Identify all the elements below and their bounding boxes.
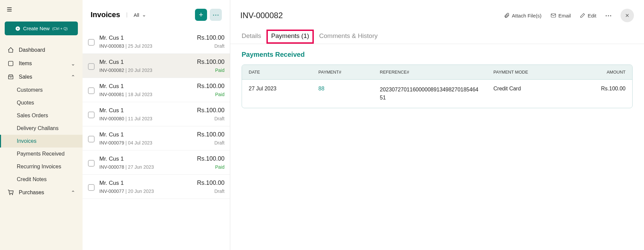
email-button[interactable]: Email [550,12,571,18]
row-checkbox[interactable] [88,160,95,167]
invoice-status: Draft [214,116,225,121]
sidebar-item-delivery-challans[interactable]: Delivery Challans [0,122,83,135]
sidebar-item-label: Dashboard [19,47,45,53]
row-checkbox[interactable] [88,136,95,142]
more-button[interactable]: ⋯ [605,11,612,19]
sidebar-item-purchases[interactable]: Purchases ⌃ [0,186,83,199]
payment-row[interactable]: 27 Jul 2023 88 2023072701160000089134982… [242,80,632,108]
chevron-up-icon: ⌃ [71,74,75,80]
sidebar-item-credit-notes[interactable]: Credit Notes [0,173,83,186]
payment-number-link[interactable]: 88 [318,86,325,91]
separator: | [126,12,128,18]
invoice-status: Paid [215,164,225,170]
tab-details[interactable]: Details [240,30,262,44]
action-label: Edit [588,13,596,18]
sidebar-item-sales[interactable]: Sales ⌃ [0,70,83,84]
col-reference: REFERENCE# [373,65,487,80]
invoice-amount: Rs.100.00 [197,34,225,41]
row-checkbox[interactable] [88,184,95,191]
list-title: Invoices [91,10,120,19]
payments-received-heading: Payments Received [242,51,633,58]
sidebar-item-customers[interactable]: Customers [0,84,83,96]
invoice-list-row[interactable]: Mr. Cus 1 Rs.100.00 INV-000078 | 27 Jun … [83,151,230,175]
customer-name: Mr. Cus 1 [99,156,124,162]
col-payment: PAYMENT# [312,65,373,80]
invoice-detail-title: INV-000082 [240,11,283,20]
invoice-meta: INV-000077 | 20 Jun 2023 [99,189,154,194]
row-checkbox[interactable] [88,112,95,118]
payment-date: 27 Jul 2023 [242,80,312,108]
invoice-amount: Rs.100.00 [197,179,225,186]
invoice-list-row[interactable]: Mr. Cus 1 Rs.100.00 INV-000080 | 11 Jul … [83,102,230,126]
invoice-status: Paid [215,92,225,97]
invoice-meta: INV-000083 | 25 Jul 2023 [99,43,152,49]
sidebar: Create New (Ctrl + Q) Dashboard Items ⌄ … [0,0,83,250]
sidebar-item-label: Sales [19,74,32,80]
invoice-list-row[interactable]: Mr. Cus 1 Rs.100.00 INV-000081 | 18 Jul … [83,78,230,102]
invoice-status: Draft [214,189,225,194]
create-new-button[interactable]: Create New (Ctrl + Q) [5,22,78,35]
invoice-list-row[interactable]: Mr. Cus 1 Rs.100.00 INV-000077 | 20 Jun … [83,175,230,199]
sidebar-item-sales-orders[interactable]: Sales Orders [0,109,83,122]
action-label: Email [558,13,571,18]
col-mode: PAYMENT MODE [487,65,568,80]
chevron-down-icon: ⌄ [71,60,75,67]
filter-dropdown[interactable]: All ⌄ [134,12,146,18]
col-date: DATE [242,65,312,80]
customer-name: Mr. Cus 1 [99,180,124,186]
attach-file-button[interactable]: Attach File(s) [504,12,541,18]
payment-reference: 20230727011600000891349827018546451 [373,80,487,108]
invoice-meta: INV-000080 | 11 Jul 2023 [99,116,152,121]
more-options-button[interactable]: ⋯ [210,9,222,21]
edit-button[interactable]: Edit [580,12,596,18]
create-new-label: Create New [23,26,50,31]
sidebar-item-items[interactable]: Items ⌄ [0,57,83,70]
payments-table: DATE PAYMENT# REFERENCE# PAYMENT MODE AM… [242,65,633,108]
sidebar-item-label: Items [19,60,32,67]
chevron-down-icon: ⌄ [142,12,146,18]
invoice-meta: INV-000079 | 04 Jul 2023 [99,140,152,145]
invoice-status: Draft [214,43,225,49]
action-label: Attach File(s) [512,13,541,18]
sidebar-item-payments-received[interactable]: Payments Received [0,148,83,160]
invoice-status: Draft [214,140,225,145]
svg-rect-1 [8,61,13,66]
col-amount: AMOUNT [568,65,632,80]
row-checkbox[interactable] [88,87,95,94]
customer-name: Mr. Cus 1 [99,35,124,41]
payment-amount: Rs.100.00 [568,80,632,108]
sidebar-item-quotes[interactable]: Quotes [0,96,83,109]
sidebar-item-dashboard[interactable]: Dashboard [0,43,83,57]
row-checkbox[interactable] [88,39,95,46]
invoice-list-panel: Invoices | All ⌄ + ⋯ Mr. Cus 1 Rs.100.00… [83,0,230,250]
svg-rect-2 [551,14,556,17]
customer-name: Mr. Cus 1 [99,59,124,66]
payment-mode: Credit Card [487,80,568,108]
invoice-meta: INV-000081 | 18 Jul 2023 [99,92,152,97]
invoice-status: Paid [215,68,225,73]
sidebar-item-recurring-invoices[interactable]: Recurring Invoices [0,160,83,173]
tab-payments[interactable]: Payments (1) [266,30,314,44]
sidebar-item-invoices[interactable]: Invoices [0,135,83,148]
tab-comments[interactable]: Comments & History [318,30,379,44]
invoice-amount: Rs.100.00 [197,107,225,114]
row-checkbox[interactable] [88,63,95,70]
customer-name: Mr. Cus 1 [99,107,124,114]
chevron-up-icon: ⌃ [71,190,75,196]
invoice-list[interactable]: Mr. Cus 1 Rs.100.00 INV-000083 | 25 Jul … [83,30,230,250]
invoice-amount: Rs.100.00 [197,155,225,162]
customer-name: Mr. Cus 1 [99,131,124,138]
invoice-meta: INV-000082 | 20 Jul 2023 [99,68,152,73]
invoice-detail-panel: INV-000082 Attach File(s) Email Edit ⋯ D… [230,0,644,250]
invoice-list-row[interactable]: Mr. Cus 1 Rs.100.00 INV-000079 | 04 Jul … [83,126,230,151]
hamburger-menu-icon[interactable] [0,3,83,17]
invoice-amount: Rs.100.00 [197,131,225,138]
invoice-list-row[interactable]: Mr. Cus 1 Rs.100.00 INV-000083 | 25 Jul … [83,30,230,54]
filter-label-text: All [134,12,139,18]
invoice-amount: Rs.100.00 [197,58,225,66]
close-button[interactable] [621,9,634,22]
invoice-amount: Rs.100.00 [197,83,225,90]
add-invoice-button[interactable]: + [195,9,207,21]
invoice-list-row[interactable]: Mr. Cus 1 Rs.100.00 INV-000082 | 20 Jul … [83,54,230,78]
invoice-meta: INV-000078 | 27 Jun 2023 [99,164,154,170]
